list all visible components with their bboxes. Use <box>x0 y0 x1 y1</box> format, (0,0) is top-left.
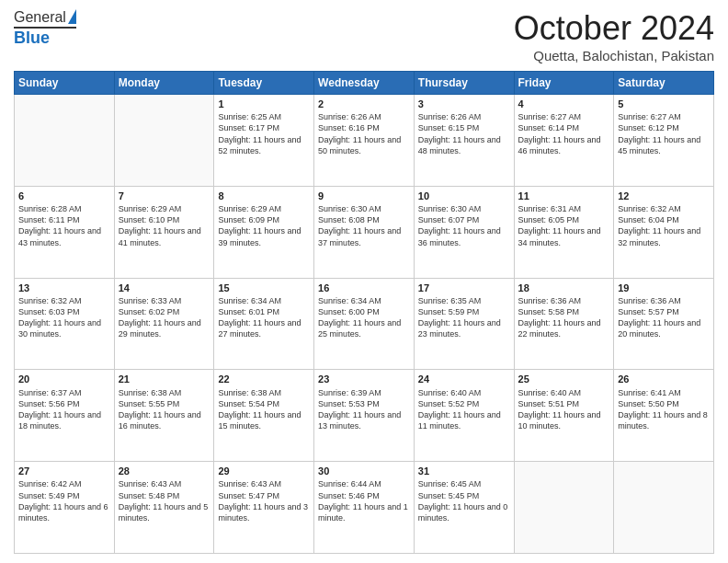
sunrise-text: Sunrise: 6:26 AM <box>318 111 410 122</box>
sunrise-text: Sunrise: 6:36 AM <box>618 295 710 306</box>
cell-info: Sunrise: 6:36 AM Sunset: 5:57 PM Dayligh… <box>618 295 710 340</box>
cell-info: Sunrise: 6:40 AM Sunset: 5:51 PM Dayligh… <box>518 387 610 432</box>
day-number: 9 <box>318 190 410 202</box>
cell-info: Sunrise: 6:29 AM Sunset: 6:10 PM Dayligh… <box>119 203 210 248</box>
sunrise-text: Sunrise: 6:25 AM <box>218 111 310 122</box>
table-row: 14 Sunrise: 6:33 AM Sunset: 6:02 PM Dayl… <box>114 278 214 370</box>
logo-blue-text: Blue <box>14 29 50 48</box>
sunrise-text: Sunrise: 6:32 AM <box>618 203 710 214</box>
cell-info: Sunrise: 6:28 AM Sunset: 6:11 PM Dayligh… <box>18 203 110 248</box>
col-tuesday: Tuesday <box>214 72 314 95</box>
day-number: 13 <box>18 282 110 294</box>
day-number: 8 <box>218 190 310 202</box>
sunset-text: Sunset: 6:15 PM <box>418 122 510 133</box>
day-number: 4 <box>518 98 610 110</box>
sunrise-text: Sunrise: 6:29 AM <box>119 203 210 214</box>
sunset-text: Sunset: 5:53 PM <box>318 398 410 409</box>
cell-info: Sunrise: 6:43 AM Sunset: 5:48 PM Dayligh… <box>119 478 210 523</box>
daylight-text: Daylight: 11 hours and 45 minutes. <box>618 134 710 156</box>
sunset-text: Sunset: 6:16 PM <box>318 122 410 133</box>
col-sunday: Sunday <box>15 72 115 95</box>
cell-info: Sunrise: 6:44 AM Sunset: 5:46 PM Dayligh… <box>318 478 410 523</box>
sunset-text: Sunset: 5:46 PM <box>318 490 410 501</box>
sunrise-text: Sunrise: 6:35 AM <box>418 295 510 306</box>
calendar-table: Sunday Monday Tuesday Wednesday Thursday… <box>14 71 714 554</box>
day-number: 6 <box>18 190 110 202</box>
table-row: 18 Sunrise: 6:36 AM Sunset: 5:58 PM Dayl… <box>514 278 614 370</box>
calendar-week-row: 13 Sunrise: 6:32 AM Sunset: 6:03 PM Dayl… <box>15 278 714 370</box>
cell-info: Sunrise: 6:26 AM Sunset: 6:16 PM Dayligh… <box>318 111 410 156</box>
col-saturday: Saturday <box>614 72 714 95</box>
cell-info: Sunrise: 6:31 AM Sunset: 6:05 PM Dayligh… <box>518 203 610 248</box>
daylight-text: Daylight: 11 hours and 52 minutes. <box>218 134 310 156</box>
table-row: 11 Sunrise: 6:31 AM Sunset: 6:05 PM Dayl… <box>514 186 614 278</box>
table-row: 28 Sunrise: 6:43 AM Sunset: 5:48 PM Dayl… <box>114 462 214 554</box>
day-number: 22 <box>218 373 310 385</box>
sunrise-text: Sunrise: 6:37 AM <box>18 387 110 398</box>
sunset-text: Sunset: 5:48 PM <box>119 490 210 501</box>
day-number: 30 <box>318 465 410 477</box>
day-number: 19 <box>618 282 710 294</box>
sunrise-text: Sunrise: 6:29 AM <box>218 203 310 214</box>
cell-info: Sunrise: 6:27 AM Sunset: 6:12 PM Dayligh… <box>618 111 710 156</box>
sunset-text: Sunset: 5:47 PM <box>218 490 310 501</box>
cell-info: Sunrise: 6:34 AM Sunset: 6:00 PM Dayligh… <box>318 295 410 340</box>
day-number: 23 <box>318 373 410 385</box>
sunset-text: Sunset: 6:07 PM <box>418 214 510 225</box>
day-number: 28 <box>119 465 210 477</box>
sunset-text: Sunset: 6:09 PM <box>218 214 310 225</box>
sunrise-text: Sunrise: 6:38 AM <box>218 387 310 398</box>
sunset-text: Sunset: 6:11 PM <box>18 214 110 225</box>
daylight-text: Daylight: 11 hours and 50 minutes. <box>318 134 410 156</box>
table-row: 6 Sunrise: 6:28 AM Sunset: 6:11 PM Dayli… <box>15 186 115 278</box>
table-row <box>114 95 214 187</box>
sunrise-text: Sunrise: 6:41 AM <box>618 387 710 398</box>
daylight-text: Daylight: 11 hours and 39 minutes. <box>218 225 310 247</box>
table-row: 17 Sunrise: 6:35 AM Sunset: 5:59 PM Dayl… <box>414 278 514 370</box>
cell-info: Sunrise: 6:41 AM Sunset: 5:50 PM Dayligh… <box>618 387 710 432</box>
daylight-text: Daylight: 11 hours and 41 minutes. <box>119 225 210 247</box>
day-number: 21 <box>119 373 210 385</box>
cell-info: Sunrise: 6:39 AM Sunset: 5:53 PM Dayligh… <box>318 387 410 432</box>
daylight-text: Daylight: 11 hours and 27 minutes. <box>218 317 310 339</box>
sunrise-text: Sunrise: 6:30 AM <box>318 203 410 214</box>
daylight-text: Daylight: 11 hours and 15 minutes. <box>218 409 310 431</box>
day-number: 7 <box>119 190 210 202</box>
table-row <box>614 462 714 554</box>
day-number: 1 <box>218 98 310 110</box>
table-row <box>15 95 115 187</box>
sunrise-text: Sunrise: 6:38 AM <box>119 387 210 398</box>
sunset-text: Sunset: 5:50 PM <box>618 398 710 409</box>
sunset-text: Sunset: 6:04 PM <box>618 214 710 225</box>
cell-info: Sunrise: 6:42 AM Sunset: 5:49 PM Dayligh… <box>18 478 110 523</box>
table-row: 4 Sunrise: 6:27 AM Sunset: 6:14 PM Dayli… <box>514 95 614 187</box>
table-row: 29 Sunrise: 6:43 AM Sunset: 5:47 PM Dayl… <box>214 462 314 554</box>
day-number: 10 <box>418 190 510 202</box>
daylight-text: Daylight: 11 hours and 8 minutes. <box>618 409 710 431</box>
calendar-week-row: 1 Sunrise: 6:25 AM Sunset: 6:17 PM Dayli… <box>15 95 714 187</box>
sunset-text: Sunset: 6:10 PM <box>119 214 210 225</box>
sunrise-text: Sunrise: 6:43 AM <box>119 478 210 489</box>
sunset-text: Sunset: 6:12 PM <box>618 122 710 133</box>
table-row: 1 Sunrise: 6:25 AM Sunset: 6:17 PM Dayli… <box>214 95 314 187</box>
sunset-text: Sunset: 6:02 PM <box>119 306 210 317</box>
day-number: 31 <box>418 465 510 477</box>
calendar-week-row: 20 Sunrise: 6:37 AM Sunset: 5:56 PM Dayl… <box>15 370 714 462</box>
table-row: 24 Sunrise: 6:40 AM Sunset: 5:52 PM Dayl… <box>414 370 514 462</box>
table-row: 3 Sunrise: 6:26 AM Sunset: 6:15 PM Dayli… <box>414 95 514 187</box>
sunrise-text: Sunrise: 6:36 AM <box>518 295 610 306</box>
day-number: 14 <box>119 282 210 294</box>
cell-info: Sunrise: 6:32 AM Sunset: 6:04 PM Dayligh… <box>618 203 710 248</box>
cell-info: Sunrise: 6:33 AM Sunset: 6:02 PM Dayligh… <box>119 295 210 340</box>
cell-info: Sunrise: 6:30 AM Sunset: 6:07 PM Dayligh… <box>418 203 510 248</box>
sunset-text: Sunset: 5:57 PM <box>618 306 710 317</box>
table-row: 15 Sunrise: 6:34 AM Sunset: 6:01 PM Dayl… <box>214 278 314 370</box>
daylight-text: Daylight: 11 hours and 18 minutes. <box>18 409 110 431</box>
sunset-text: Sunset: 6:01 PM <box>218 306 310 317</box>
sunset-text: Sunset: 5:45 PM <box>418 490 510 501</box>
sunset-text: Sunset: 5:55 PM <box>119 398 210 409</box>
logo: General Blue <box>14 9 76 48</box>
daylight-text: Daylight: 11 hours and 46 minutes. <box>518 134 610 156</box>
day-number: 15 <box>218 282 310 294</box>
sunrise-text: Sunrise: 6:40 AM <box>518 387 610 398</box>
